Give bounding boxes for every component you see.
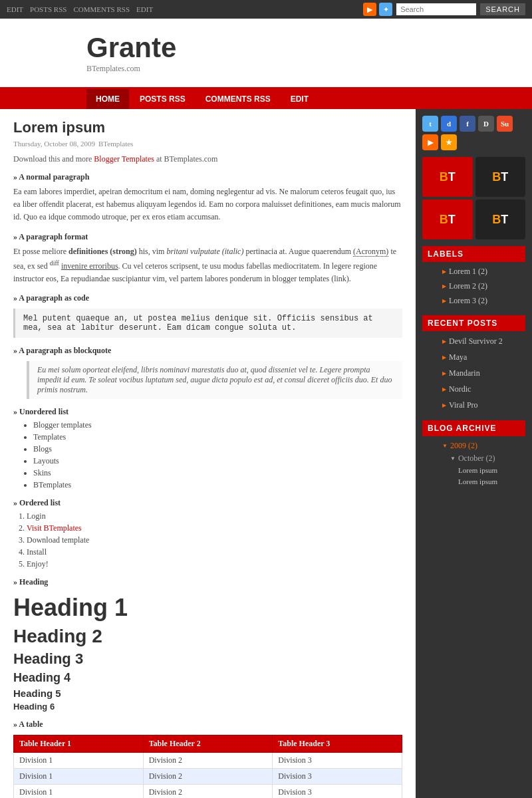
search-input[interactable] (396, 3, 476, 15)
top-icons: ▶ ✦ (363, 3, 392, 16)
archive-year[interactable]: 2009 (2) (442, 440, 525, 452)
h6-demo: Heading 6 (13, 702, 402, 712)
recent-post-5[interactable]: Viral Pro (442, 398, 525, 412)
rss-icon[interactable]: ▶ (363, 3, 376, 16)
nav-comments-rss[interactable]: COMMENTS RSS (196, 89, 280, 109)
h4-demo: Heading 4 (13, 671, 402, 685)
archive-post-2[interactable]: Lorem ipsum (442, 476, 525, 487)
archive-list: 2009 (2) October (2) Lorem ipsum Lorem i… (442, 440, 525, 487)
banner-3[interactable]: BT (422, 200, 473, 239)
label-item-3[interactable]: Lorem 3 (2) (442, 295, 525, 307)
list-item: Download template (27, 535, 402, 545)
social-twitter-icon[interactable]: t (422, 116, 438, 132)
list-item: Templates (33, 432, 402, 442)
table-cell: Division 1 (14, 785, 144, 798)
table-row: Division 1 Division 2 Division 3 (14, 753, 402, 769)
ordered-list: Login Visit BTemplates Download template… (27, 511, 402, 569)
archive-month[interactable]: October (2) (442, 452, 525, 465)
social-rss-icon[interactable]: ▶ (422, 134, 438, 150)
post-1-intro-link[interactable]: Blogger Templates (94, 154, 154, 164)
table-cell: Division 2 (143, 769, 273, 785)
sidebar-banners: BT BT BT BT (422, 157, 525, 239)
topbar-comments-rss[interactable]: COMMENTS RSS (73, 5, 130, 13)
recent-post-4[interactable]: Nordic (442, 382, 525, 396)
format-para: Et posse meliore definitiones (strong) h… (13, 245, 402, 286)
invenire-text: invenire erroribus (61, 261, 118, 271)
blogger-link[interactable]: blogger templates (link). (273, 274, 351, 283)
label-item-1[interactable]: Lorem 1 (2) (442, 265, 525, 278)
nav-posts-rss[interactable]: POSTS RSS (130, 89, 195, 109)
table-cell: Division 3 (273, 753, 402, 769)
headings-demo: Heading 1 Heading 2 Heading 3 Heading 4 … (13, 594, 402, 712)
augue-link[interactable]: Augue quaerendum (Acronym) (289, 247, 389, 257)
italic-text: britani vulputate (italic) (166, 247, 243, 256)
list-item: BTemplates (33, 480, 402, 490)
header: Grante BTemplates.com (0, 19, 532, 89)
search-button[interactable]: SEARCH (480, 3, 525, 15)
banner-1[interactable]: BT (422, 157, 473, 197)
table-heading: A table (13, 720, 402, 730)
acronym: (Acronym) (353, 247, 388, 257)
topbar-posts-rss[interactable]: POSTS RSS (30, 5, 66, 13)
heading-section-label: Heading (13, 577, 402, 587)
list-item: Enjoy! (27, 559, 402, 569)
h2-demo: Heading 2 (13, 626, 402, 647)
topbar-edit2[interactable]: EDIT (136, 5, 153, 13)
label-item-2[interactable]: Lorem 2 (2) (442, 280, 525, 293)
social-star-icon[interactable]: ★ (441, 134, 457, 150)
post-1: Lorem ipsum Thursday, October 08, 2009 B… (13, 119, 402, 798)
table-cell: Division 3 (273, 769, 402, 785)
recent-post-3[interactable]: Mandarin (442, 366, 525, 380)
post-1-intro-text: Download this and more (13, 154, 92, 164)
post-1-meta: Thursday, October 08, 2009 BTemplates (13, 140, 402, 148)
normal-para-heading: A normal paragraph (13, 172, 402, 182)
recent-post-1[interactable]: Devil Survivor 2 (442, 334, 525, 348)
recent-list: Devil Survivor 2 Maya Mandarin Nordic Vi… (442, 334, 525, 412)
post-1-author: BTemplates (98, 140, 133, 148)
social-icons: t d f D Su ▶ ★ (422, 116, 525, 150)
topbar-edit1[interactable]: EDIT (7, 5, 23, 13)
list-item: Layouts (33, 456, 402, 466)
top-bar: EDIT POSTS RSS COMMENTS RSS EDIT ▶ ✦ SEA… (0, 0, 532, 19)
banner-2[interactable]: BT (475, 157, 526, 197)
top-bar-right: ▶ ✦ SEARCH (363, 3, 525, 16)
code-block: Mel putent quaeque an, ut postea melius … (13, 309, 402, 338)
code-heading: A paragraph as code (13, 293, 402, 303)
h1-demo: Heading 1 (13, 594, 402, 622)
archive-post-1[interactable]: Lorem ipsum (442, 465, 525, 476)
list-item: Login (27, 511, 402, 521)
post-1-intro: Download this and more Blogger Templates… (13, 154, 402, 164)
recent-post-2[interactable]: Maya (442, 350, 525, 364)
unordered-list: Blogger templates Templates Blogs Layout… (33, 420, 402, 490)
social-delicious-icon[interactable]: d (441, 116, 457, 132)
labels-title: LABELS (422, 246, 525, 262)
main-layout: Lorem ipsum Thursday, October 08, 2009 B… (0, 109, 532, 798)
ul-heading: Unordered list (13, 407, 402, 417)
table-cell: Division 1 (14, 753, 144, 769)
top-bar-left: EDIT POSTS RSS COMMENTS RSS EDIT (7, 5, 158, 13)
labels-section: LABELS Lorem 1 (2) Lorem 2 (2) Lorem 3 (… (422, 246, 525, 307)
nav-home[interactable]: HOME (86, 89, 129, 109)
blockquote-heading: A paragraph as blockquote (13, 346, 402, 356)
h5-demo: Heading 5 (13, 688, 402, 699)
table-header-2: Table Header 2 (143, 735, 273, 753)
table-row: Division 1 Division 2 Division 3 (14, 769, 402, 785)
post-1-intro-site: at BTemplates.com (156, 154, 217, 164)
list-item: Install (27, 547, 402, 557)
h3-demo: Heading 3 (13, 650, 402, 668)
twitter-icon[interactable]: ✦ (379, 3, 392, 16)
btemplates-link[interactable]: Visit BTemplates (27, 523, 82, 533)
banner-4[interactable]: BT (475, 200, 526, 239)
format-heading: A paragraph format (13, 232, 402, 242)
normal-para: Ea eam labores imperdiet, apeiran democr… (13, 186, 402, 224)
table-cell: Division 3 (273, 785, 402, 798)
table-cell: Division 1 (14, 769, 144, 785)
social-facebook-icon[interactable]: f (460, 116, 475, 132)
social-digg-icon[interactable]: D (478, 116, 494, 132)
social-stumble-icon[interactable]: Su (497, 116, 513, 132)
blockquote: Eu mei solum oporteat eleifend, libris n… (27, 361, 402, 399)
nav-edit[interactable]: EDIT (281, 89, 318, 109)
table-header-3: Table Header 3 (273, 735, 402, 753)
list-item: Skins (33, 468, 402, 478)
labels-list: Lorem 1 (2) Lorem 2 (2) Lorem 3 (2) (442, 265, 525, 307)
